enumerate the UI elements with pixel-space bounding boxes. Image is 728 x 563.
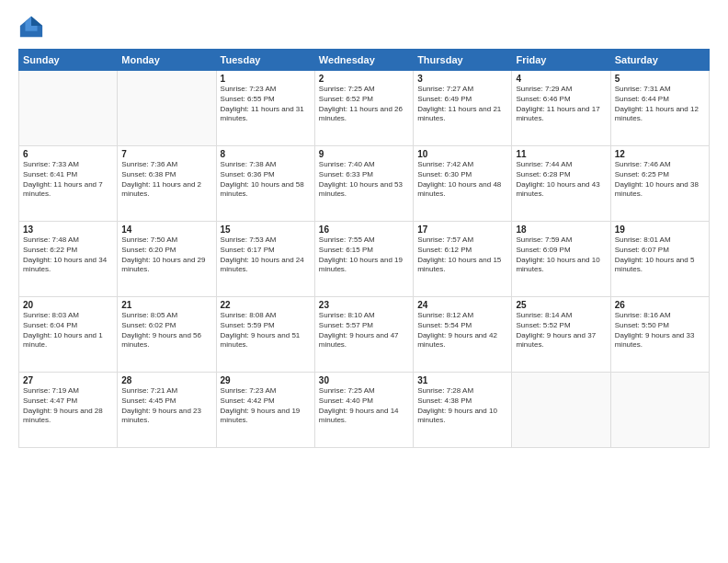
day-number: 24 [417,300,507,310]
day-number: 8 [221,149,311,159]
logo-icon [18,14,44,40]
day-number: 15 [221,224,311,235]
day-info: Sunrise: 8:10 AM Sunset: 5:57 PM Dayligh… [319,311,409,350]
cell-5-7 [610,373,709,448]
cell-2-7: 12Sunrise: 7:46 AM Sunset: 6:25 PM Dayli… [610,146,709,222]
week-row-1: 1Sunrise: 7:23 AM Sunset: 6:55 PM Daylig… [19,71,710,146]
cell-3-5: 17Sunrise: 7:57 AM Sunset: 6:12 PM Dayli… [414,222,512,297]
day-info: Sunrise: 8:12 AM Sunset: 5:54 PM Dayligh… [417,311,507,350]
day-info: Sunrise: 7:55 AM Sunset: 6:15 PM Dayligh… [319,236,409,275]
week-row-2: 6Sunrise: 7:33 AM Sunset: 6:41 PM Daylig… [19,146,710,222]
cell-1-3: 1Sunrise: 7:23 AM Sunset: 6:55 PM Daylig… [216,71,314,146]
day-info: Sunrise: 7:46 AM Sunset: 6:25 PM Dayligh… [615,160,705,200]
col-header-tuesday: Tuesday [216,50,314,71]
day-info: Sunrise: 7:57 AM Sunset: 6:12 PM Dayligh… [417,236,507,275]
day-info: Sunrise: 7:25 AM Sunset: 4:40 PM Dayligh… [319,386,409,426]
cell-2-6: 11Sunrise: 7:44 AM Sunset: 6:28 PM Dayli… [512,146,610,222]
cell-4-3: 22Sunrise: 8:08 AM Sunset: 5:59 PM Dayli… [216,297,314,373]
day-number: 21 [121,300,211,310]
day-info: Sunrise: 8:08 AM Sunset: 5:59 PM Dayligh… [221,311,311,350]
cell-2-2: 7Sunrise: 7:36 AM Sunset: 6:38 PM Daylig… [118,146,216,222]
day-info: Sunrise: 7:59 AM Sunset: 6:09 PM Dayligh… [516,236,606,275]
day-number: 5 [615,74,705,84]
col-header-monday: Monday [118,50,216,71]
svg-marker-2 [31,17,42,26]
cell-1-5: 3Sunrise: 7:27 AM Sunset: 6:49 PM Daylig… [414,71,512,146]
cell-4-7: 26Sunrise: 8:16 AM Sunset: 5:50 PM Dayli… [610,297,709,373]
cell-3-6: 18Sunrise: 7:59 AM Sunset: 6:09 PM Dayli… [512,222,610,297]
day-info: Sunrise: 7:25 AM Sunset: 6:52 PM Dayligh… [319,85,409,124]
day-info: Sunrise: 7:48 AM Sunset: 6:22 PM Dayligh… [23,236,113,275]
cell-1-6: 4Sunrise: 7:29 AM Sunset: 6:46 PM Daylig… [512,71,610,146]
day-number: 31 [417,375,507,385]
day-info: Sunrise: 7:29 AM Sunset: 6:46 PM Dayligh… [516,85,606,124]
page: SundayMondayTuesdayWednesdayThursdayFrid… [0,0,728,563]
calendar-table: SundayMondayTuesdayWednesdayThursdayFrid… [18,49,710,448]
cell-2-1: 6Sunrise: 7:33 AM Sunset: 6:41 PM Daylig… [19,146,118,222]
cell-1-4: 2Sunrise: 7:25 AM Sunset: 6:52 PM Daylig… [314,71,413,146]
day-number: 16 [319,224,409,235]
col-header-sunday: Sunday [19,50,118,71]
day-number: 18 [516,224,606,235]
day-number: 10 [417,149,507,159]
day-number: 12 [615,149,705,159]
day-info: Sunrise: 8:01 AM Sunset: 6:07 PM Dayligh… [615,236,705,275]
cell-5-3: 29Sunrise: 7:23 AM Sunset: 4:42 PM Dayli… [216,373,314,448]
day-number: 7 [121,149,211,159]
cell-5-2: 28Sunrise: 7:21 AM Sunset: 4:45 PM Dayli… [118,373,216,448]
col-header-thursday: Thursday [414,50,512,71]
day-info: Sunrise: 7:53 AM Sunset: 6:17 PM Dayligh… [221,236,311,275]
cell-3-2: 14Sunrise: 7:50 AM Sunset: 6:20 PM Dayli… [118,222,216,297]
day-number: 19 [615,224,705,235]
day-number: 23 [319,300,409,310]
cell-5-1: 27Sunrise: 7:19 AM Sunset: 4:47 PM Dayli… [19,373,118,448]
day-number: 1 [221,74,311,84]
day-number: 22 [221,300,311,310]
cell-1-2 [118,71,216,146]
cell-4-4: 23Sunrise: 8:10 AM Sunset: 5:57 PM Dayli… [314,297,413,373]
day-number: 17 [417,224,507,235]
day-info: Sunrise: 7:21 AM Sunset: 4:45 PM Dayligh… [121,386,211,426]
day-info: Sunrise: 7:19 AM Sunset: 4:47 PM Dayligh… [23,386,113,426]
day-number: 30 [319,375,409,385]
day-number: 20 [23,300,113,310]
day-number: 4 [516,74,606,84]
day-info: Sunrise: 7:50 AM Sunset: 6:20 PM Dayligh… [121,236,211,275]
cell-5-5: 31Sunrise: 7:28 AM Sunset: 4:38 PM Dayli… [414,373,512,448]
col-header-wednesday: Wednesday [314,50,413,71]
day-number: 3 [417,74,507,84]
day-info: Sunrise: 8:03 AM Sunset: 6:04 PM Dayligh… [23,311,113,350]
cell-2-5: 10Sunrise: 7:42 AM Sunset: 6:30 PM Dayli… [414,146,512,222]
cell-3-3: 15Sunrise: 7:53 AM Sunset: 6:17 PM Dayli… [216,222,314,297]
cell-3-7: 19Sunrise: 8:01 AM Sunset: 6:07 PM Dayli… [610,222,709,297]
cell-4-5: 24Sunrise: 8:12 AM Sunset: 5:54 PM Dayli… [414,297,512,373]
day-number: 14 [121,224,211,235]
cell-4-1: 20Sunrise: 8:03 AM Sunset: 6:04 PM Dayli… [19,297,118,373]
cell-2-4: 9Sunrise: 7:40 AM Sunset: 6:33 PM Daylig… [314,146,413,222]
day-info: Sunrise: 7:42 AM Sunset: 6:30 PM Dayligh… [417,160,507,200]
day-number: 28 [121,375,211,385]
cell-5-6 [512,373,610,448]
week-row-3: 13Sunrise: 7:48 AM Sunset: 6:22 PM Dayli… [19,222,710,297]
day-info: Sunrise: 7:38 AM Sunset: 6:36 PM Dayligh… [221,160,311,200]
day-info: Sunrise: 7:33 AM Sunset: 6:41 PM Dayligh… [23,160,113,200]
week-row-4: 20Sunrise: 8:03 AM Sunset: 6:04 PM Dayli… [19,297,710,373]
col-header-saturday: Saturday [610,50,709,71]
day-info: Sunrise: 7:23 AM Sunset: 6:55 PM Dayligh… [221,85,311,124]
day-info: Sunrise: 7:31 AM Sunset: 6:44 PM Dayligh… [615,85,705,124]
day-info: Sunrise: 7:23 AM Sunset: 4:42 PM Dayligh… [221,386,311,426]
cell-4-2: 21Sunrise: 8:05 AM Sunset: 6:02 PM Dayli… [118,297,216,373]
day-number: 2 [319,74,409,84]
day-info: Sunrise: 8:16 AM Sunset: 5:50 PM Dayligh… [615,311,705,350]
cell-3-4: 16Sunrise: 7:55 AM Sunset: 6:15 PM Dayli… [314,222,413,297]
day-info: Sunrise: 8:14 AM Sunset: 5:52 PM Dayligh… [516,311,606,350]
header [18,14,710,40]
day-number: 9 [319,149,409,159]
day-info: Sunrise: 7:28 AM Sunset: 4:38 PM Dayligh… [417,386,507,426]
day-number: 26 [615,300,705,310]
day-info: Sunrise: 7:40 AM Sunset: 6:33 PM Dayligh… [319,160,409,200]
day-number: 29 [221,375,311,385]
cell-5-4: 30Sunrise: 7:25 AM Sunset: 4:40 PM Dayli… [314,373,413,448]
day-number: 13 [23,224,113,235]
cell-2-3: 8Sunrise: 7:38 AM Sunset: 6:36 PM Daylig… [216,146,314,222]
